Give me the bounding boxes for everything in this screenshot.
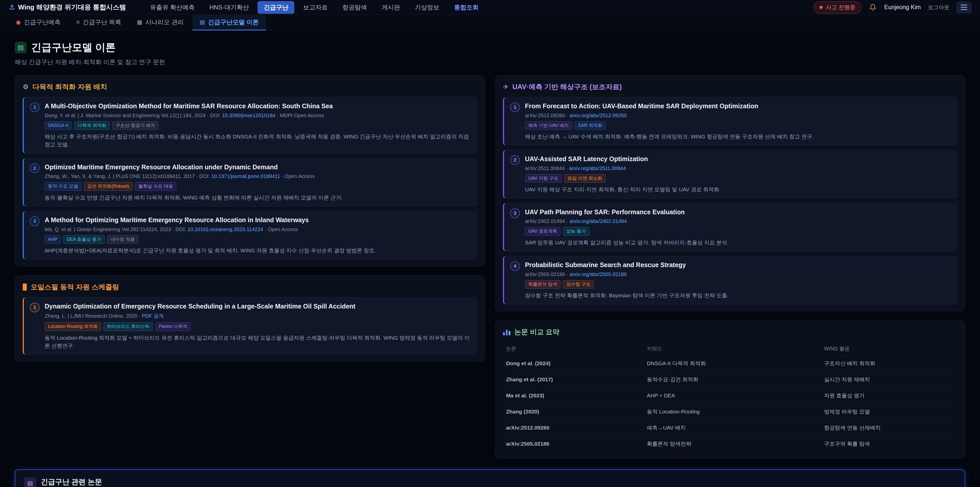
folder-icon: ▦ — [137, 19, 142, 26]
paper-link[interactable]: arxiv.org/abs/2511.00844 — [569, 166, 626, 171]
column-header: 논문 — [503, 342, 644, 356]
oil-papers: 1Dynamic Optimization of Emergency Resou… — [23, 297, 477, 355]
menu-icon[interactable] — [956, 2, 971, 13]
tab-label: 긴급구난 목록 — [83, 18, 121, 26]
comparison-table-body: Dong et al. (2024)DNSGA-II 다목적 최적화구조자산 배… — [503, 355, 957, 452]
paper-description: AHP(계층분석법)+DEA(자료포락분석)로 긴급구난 자원 효율성 평가 및… — [45, 246, 376, 255]
notification-bell-icon[interactable] — [869, 3, 877, 12]
paper-title: Optimized Maritime Emergency Resource Al… — [45, 163, 343, 171]
tag-badge: 구조선·항공기 배치 — [112, 121, 159, 130]
panel-related-papers: ▤ 긴급구난 관련 논문 해양수색구조 의사결정지원 · 실시간 데이터·AI … — [15, 469, 965, 487]
page-header: ▤ 긴급구난모델 이론 해상 긴급구난 자원 배치·최적화 이론 및 참고 연구… — [0, 30, 980, 68]
nav-item-reports[interactable]: 보고자료 — [297, 1, 334, 14]
incident-status-label: 사고 진행중 — [826, 3, 856, 11]
paper-link[interactable]: arxiv.org/abs/2505.02186 — [570, 271, 627, 277]
comparison-paper-link[interactable]: Zhang (2020) — [503, 404, 644, 420]
paper-link[interactable]: arxiv.org/abs/2402.01494 — [570, 218, 627, 224]
comparison-keywords: DNSGA-II 다목적 최적화 — [644, 355, 821, 371]
tag-badge: 성능 평가 — [563, 227, 589, 235]
nav-item-spill-prediction[interactable]: 유출유 확산예측 — [144, 1, 201, 14]
paper-link[interactable]: 10.1371/journal.pone.0189411 — [211, 173, 280, 179]
comparison-paper-link[interactable]: arXiv:2512.09260 — [503, 420, 644, 436]
comparison-keywords: 동적수요·강건 최적화 — [644, 371, 821, 387]
nav-item-weather[interactable]: 기상정보 — [409, 1, 445, 14]
nav-item-rescue[interactable]: 긴급구난 — [258, 1, 294, 14]
app-logo: ⚓ Wing 해양환경 위기대응 통합시스템 — [9, 3, 126, 12]
paper-card: 1A Multi-Objective Optimization Method f… — [23, 97, 477, 153]
comparison-paper-link[interactable]: Zhang et al. (2017) — [503, 371, 644, 387]
table-row: arXiv:2505.02186확률론적 탐색전략구조구역 확률 탐색 — [503, 436, 957, 452]
paper-link[interactable]: 10.1016/j.oceaneng.2023.114224 — [188, 227, 263, 232]
siren-icon: ◉ — [16, 19, 21, 26]
tab-rescue-model-theory[interactable]: ▤긴급구난모델 이론 — [192, 15, 266, 30]
paper-meta: arXiv:2505.02186 · arxiv.org/abs/2505.02… — [525, 271, 729, 277]
document-icon: ▤ — [24, 477, 36, 487]
paper-card: 1Dynamic Optimization of Emergency Resou… — [23, 297, 477, 355]
paper-meta: Ma, Q. et al. | Ocean Engineering Vol.28… — [45, 227, 376, 232]
comparison-wing-usage: 항공탐색 연동 선제배치 — [821, 420, 957, 436]
incident-status-badge[interactable]: 사고 진행중 — [814, 1, 861, 14]
user-name: Eunjeong Kim — [884, 4, 921, 11]
tab-rescue-list[interactable]: ≡긴급구난 목록 — [69, 15, 128, 30]
uav-papers: 1From Forecast to Action: UAV-Based Mari… — [503, 97, 957, 304]
app-title: Wing 해양환경 위기대응 통합시스템 — [18, 3, 126, 12]
tag-badge: 내수로 적용 — [107, 235, 138, 244]
column-header: WING 활용 — [821, 342, 957, 356]
paper-tags: 동적 수요 모델강건 최적화(Robust)불확실 수요 대응 — [45, 182, 343, 190]
comparison-paper-link[interactable]: Dong et al. (2024) — [503, 355, 644, 371]
tag-badge: 불확실 수요 대응 — [135, 182, 177, 190]
paper-tags: UAV 경로계획성능 평가 — [525, 227, 729, 235]
alert-dot-icon — [819, 6, 823, 9]
tag-badge: DNSGA-II — [45, 121, 72, 130]
panel-title: 다목적 최적화 자원 배치 — [32, 82, 107, 91]
tag-badge: SAR 최적화 — [575, 121, 606, 130]
paper-meta: Dong, Y. et al. | J. Marine Science and … — [45, 113, 471, 118]
tag-badge: 강건 최적화(Robust) — [84, 182, 132, 190]
paper-card: 2Optimized Maritime Emergency Resource A… — [23, 158, 477, 206]
paper-link[interactable]: 10.3390/jmse12010184 — [222, 113, 275, 118]
right-column: ✈ UAV·예측 기반 해상구조 (보조자료) 1From Forecast t… — [495, 75, 965, 459]
nav-item-aerial-search[interactable]: 항공탐색 — [336, 1, 373, 14]
tag-badge: AHP — [45, 235, 61, 244]
paper-title: A Method for Optimizing Maritime Emergen… — [45, 216, 376, 224]
tag-badge: 확률론적 탐색 — [525, 280, 560, 289]
comparison-paper-link[interactable]: arXiv:2505.02186 — [503, 436, 644, 452]
paper-description: 해상 사고 후 구조자원(구조선·항공기) 배치 최적화. 비용·응답시간 동시… — [45, 133, 471, 148]
tab-rescue-prediction[interactable]: ◉긴급구난예측 — [9, 15, 68, 30]
drone-icon: ✈ — [503, 83, 509, 91]
comparison-wing-usage: 방제정 라우팅 모델 — [821, 404, 957, 420]
comparison-wing-usage: 구조자산 배치 최적화 — [821, 355, 957, 371]
nav-item-integrated-search[interactable]: 통합조회 — [448, 1, 485, 14]
paper-link[interactable]: PDF 공개 — [142, 313, 164, 319]
paper-description: 동적·불확실 수요 반영 긴급구난 자원 배치 다목적 최적화. WING 예측… — [45, 193, 343, 202]
paper-number-badge: 1 — [30, 303, 40, 312]
table-row: Zhang (2020)동적 Location-Routing방제정 라우팅 모… — [503, 404, 957, 420]
tag-badge: 다목적 최적화 — [74, 121, 110, 130]
comparison-paper-link[interactable]: Ma et al. (2023) — [503, 387, 644, 404]
gear-icon: ⚙ — [23, 83, 29, 91]
books-icon: ▤ — [15, 42, 27, 53]
panel-title: 논문 비교 요약 — [514, 327, 559, 337]
paper-description: 동적 Location-Routing 최적화 모델 + 하이브리드 유전 휴리… — [45, 334, 471, 350]
oil-spill-icon — [23, 283, 27, 291]
multi-papers: 1A Multi-Objective Optimization Method f… — [23, 97, 477, 259]
paper-title: From Forecast to Action: UAV-Based Marit… — [525, 102, 814, 110]
paper-number-badge: 3 — [30, 216, 40, 226]
tab-scenario-management[interactable]: ▦시나리오 관리 — [130, 15, 191, 30]
nav-right-controls: 사고 진행중 Eunjeong Kim 로그아웃 — [814, 1, 971, 14]
paper-title: UAV Path Planning for SAR: Performance E… — [525, 208, 729, 216]
nav-item-hns-dispersion[interactable]: HNS·대기확산 — [204, 1, 255, 14]
paper-meta: arXiv:2511.00844 · arxiv.org/abs/2511.00… — [525, 166, 721, 171]
paper-tags: 확률론적 탐색잠수함 구조 — [525, 280, 729, 289]
paper-link[interactable]: arxiv.org/abs/2512.09260 — [570, 113, 627, 118]
nav-item-board[interactable]: 게시판 — [375, 1, 406, 14]
tag-badge: 예측 기반 UAV 배치 — [525, 121, 572, 130]
tab-label: 긴급구난예측 — [24, 18, 60, 26]
page-subtitle: 해상 긴급구난 자원 배치·최적화 이론 및 참고 연구 문헌 — [15, 58, 965, 66]
comparison-wing-usage: 자원 효율성 평가 — [821, 387, 957, 404]
paper-meta: Zhang, W., Yan, X. & Yang, J. | PLoS ONE… — [45, 173, 343, 179]
tag-badge: UAV 지원 구조 — [525, 174, 562, 183]
panel-comparison: 논문 비교 요약 논문키워드WING 활용 Dong et al. (2024)… — [495, 321, 965, 459]
panel-multi-objective: ⚙ 다목적 최적화 자원 배치 1A Multi-Objective Optim… — [15, 75, 485, 267]
logout-button[interactable]: 로그아웃 — [928, 4, 950, 11]
